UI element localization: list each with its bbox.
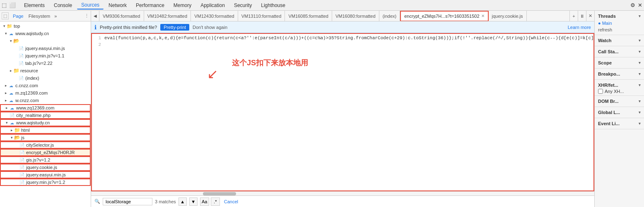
toggle-root-folder[interactable]: ▾ xyxy=(8,38,13,43)
tree-item-html[interactable]: ▸ 📁 html xyxy=(0,126,91,134)
tab-add-btn[interactable]: + xyxy=(569,11,578,21)
tab-encrypt[interactable]: encrypt_eZMqs7H...s?t=1603351502 ✕ xyxy=(400,11,488,21)
watch-header[interactable]: Watch ▾ xyxy=(598,37,641,44)
case-sensitive-btn[interactable]: Aa xyxy=(200,197,209,206)
xhr-header[interactable]: XHR/fet... ▾ xyxy=(598,81,641,89)
menu-security[interactable]: Security xyxy=(230,2,256,9)
search-input[interactable] xyxy=(103,198,152,205)
toggle-w-cnzz[interactable]: ▸ xyxy=(3,98,8,103)
threads-refresh[interactable]: refresh xyxy=(598,26,641,33)
tree-label-jquery-min2: jquery.min.js?v=1.2 xyxy=(26,180,65,185)
code-editor[interactable]: 1 eval(function(p,a,c,k,e,d){e=function(… xyxy=(91,33,594,191)
threads-main[interactable]: ● Main xyxy=(598,20,641,26)
breakpoints-expand[interactable]: ▾ xyxy=(639,72,641,76)
toggle-aqistudy1[interactable]: ▾ xyxy=(3,31,8,36)
menu-console[interactable]: Console xyxy=(50,2,76,9)
settings-icon[interactable]: ⚙ xyxy=(630,2,635,8)
scrollbar-thumb[interactable] xyxy=(203,192,236,195)
folder-icon-top: 📁 xyxy=(7,23,12,29)
tree-item-jquery-easyui2[interactable]: ▸ 📄 jquery.easyui.min.js xyxy=(0,171,91,178)
learn-more-link[interactable]: Learn more xyxy=(568,25,591,30)
inspect-icon[interactable]: ⬚ xyxy=(2,2,7,8)
tree-item-city-realtime[interactable]: ▸ 📄 city_realtime.php xyxy=(0,112,91,119)
tab-vm16085[interactable]: VM16085:formatted xyxy=(285,11,332,21)
tab-vm9306[interactable]: VM9306:formatted xyxy=(99,11,144,21)
tree-item-www-zq12369[interactable]: ▸ ☁ www.zq12369.com xyxy=(0,104,91,112)
tab-vm10482[interactable]: VM10482:formatted xyxy=(144,11,191,21)
tree-item-w-cnzz[interactable]: ▸ ☁ w.cnzz.com xyxy=(0,97,91,104)
tree-item-gis[interactable]: ▸ 📄 gis.js?v=1.2 xyxy=(0,156,91,164)
call-stack-expand[interactable]: ▾ xyxy=(639,50,641,54)
threads-expand[interactable]: ▾ xyxy=(639,14,641,18)
menu-application[interactable]: Application xyxy=(196,2,229,9)
close-devtools-icon[interactable]: ✕ xyxy=(638,2,642,8)
tree-item-jquery-min2[interactable]: ▸ 📄 jquery.min.js?v=1.2 xyxy=(0,178,91,186)
tree-item-index[interactable]: ▸ 📄 (index) xyxy=(0,74,91,82)
tab-page[interactable]: Page xyxy=(10,13,26,19)
tree-item-jquery-cookie[interactable]: ▸ 📄 jquery.cookie.js xyxy=(0,164,91,171)
global-listeners-expand[interactable]: ▾ xyxy=(639,110,641,114)
tab-jquery-cookie[interactable]: jquery.cookie.js xyxy=(489,11,527,21)
tab-index[interactable]: (index) xyxy=(379,11,400,21)
toggle-aqistudy2[interactable]: ▾ xyxy=(4,120,9,125)
tab-nav-left[interactable]: ◀ xyxy=(91,11,99,21)
tree-item-m-zq12369[interactable]: ▸ ☁ m.zq12369.com xyxy=(0,89,91,97)
tree-item-js[interactable]: ▾ 📂 js xyxy=(0,134,91,141)
toggle-top[interactable]: ▾ xyxy=(2,24,7,29)
scope-expand[interactable]: ▾ xyxy=(639,61,641,65)
call-stack-header[interactable]: Call Sta... ▾ xyxy=(598,48,641,55)
tree-item-jquery-easyui[interactable]: ▸ 📄 jquery.easyui.min.js xyxy=(0,45,91,52)
search-prev-btn[interactable]: ▲ xyxy=(178,197,187,206)
watch-expand[interactable]: ▾ xyxy=(639,38,641,43)
menu-lighthouse[interactable]: Lighthouse xyxy=(257,2,289,9)
tab-vm16080[interactable]: VM16080:formatted xyxy=(332,11,379,21)
device-icon[interactable]: ⬜ xyxy=(9,2,16,8)
search-next-btn[interactable]: ▼ xyxy=(189,197,198,206)
menu-network[interactable]: Network xyxy=(104,2,131,9)
event-listeners-expand[interactable]: ▾ xyxy=(639,121,641,126)
tree-item-aqistudy1[interactable]: ▾ ☁ www.aqistudy.cn xyxy=(0,30,91,37)
menu-memory[interactable]: Memory xyxy=(169,2,195,9)
sidebar-more[interactable]: » xyxy=(53,13,58,19)
dom-breakpoints-header[interactable]: DOM Br... ▾ xyxy=(598,98,641,105)
dont-show-button[interactable]: Don't show again xyxy=(193,25,227,30)
breakpoints-header[interactable]: Breakpo... ▾ xyxy=(598,70,641,78)
menu-performance[interactable]: Performance xyxy=(132,2,169,9)
sidebar-menu-icon[interactable]: ⋮ xyxy=(84,13,89,19)
tab-vm12430[interactable]: VM12430:formatted xyxy=(191,11,238,21)
tree-item-root-folder[interactable]: ▾ 📂 xyxy=(0,37,91,45)
tree-item-encrypt[interactable]: ▸ 📄 encrypt_eZMqs7H0RJR xyxy=(0,149,91,156)
tab-pause-btn[interactable]: ⏸ xyxy=(578,11,586,21)
dom-breakpoints-expand[interactable]: ▾ xyxy=(639,99,641,103)
regex-btn[interactable]: .* xyxy=(211,197,220,206)
tree-item-resource[interactable]: ▸ 📁 resource xyxy=(0,67,91,74)
toggle-www-zq12369[interactable]: ▸ xyxy=(4,105,9,110)
tree-item-tab-js[interactable]: ▸ 📄 tab.js?v=2.22 xyxy=(0,59,91,67)
menu-sources[interactable]: Sources xyxy=(77,1,104,10)
global-listeners-header[interactable]: Global L... ▾ xyxy=(598,109,641,116)
sidebar-tabs: ⬚ Page Filesystem » ⋮ xyxy=(0,11,91,21)
toggle-m-zq12369[interactable]: ▸ xyxy=(3,90,8,95)
event-listeners-header[interactable]: Event Li... ▾ xyxy=(598,120,641,127)
scope-header[interactable]: Scope ▾ xyxy=(598,59,641,67)
toggle-resource[interactable]: ▸ xyxy=(8,68,13,73)
toggle-html[interactable]: ▸ xyxy=(9,128,14,133)
tree-item-jquery-min[interactable]: ▸ 📄 jquery.min.js?v=1.1 xyxy=(0,52,91,59)
menu-elements[interactable]: Elements xyxy=(20,2,49,9)
toggle-c-cnzz[interactable]: ▸ xyxy=(3,83,8,88)
horizontal-scrollbar[interactable] xyxy=(91,191,594,195)
tree-item-c-cnzz[interactable]: ▸ ☁ c.cnzz.com xyxy=(0,82,91,89)
pretty-print-button[interactable]: Pretty-print xyxy=(160,24,189,31)
sidebar-btn-left[interactable]: ⬚ xyxy=(2,12,9,19)
xhr-checkbox[interactable] xyxy=(598,89,603,94)
tab-vm13110[interactable]: VM13110:formatted xyxy=(238,11,285,21)
tree-item-aqistudy2[interactable]: ▾ ☁ www.aqistudy.cn xyxy=(0,119,91,126)
tree-item-city-selector[interactable]: ▸ 📄 citySelector.js xyxy=(0,141,91,149)
tab-close-btn[interactable]: ✕ xyxy=(586,11,594,21)
toggle-js[interactable]: ▾ xyxy=(9,135,14,140)
tab-close-encrypt[interactable]: ✕ xyxy=(481,14,485,18)
tab-filesystem[interactable]: Filesystem xyxy=(26,13,53,19)
tree-item-top[interactable]: ▾ 📁 top xyxy=(0,22,91,30)
xhr-expand[interactable]: ▾ xyxy=(639,83,641,87)
cancel-button[interactable]: Cancel xyxy=(224,199,238,204)
